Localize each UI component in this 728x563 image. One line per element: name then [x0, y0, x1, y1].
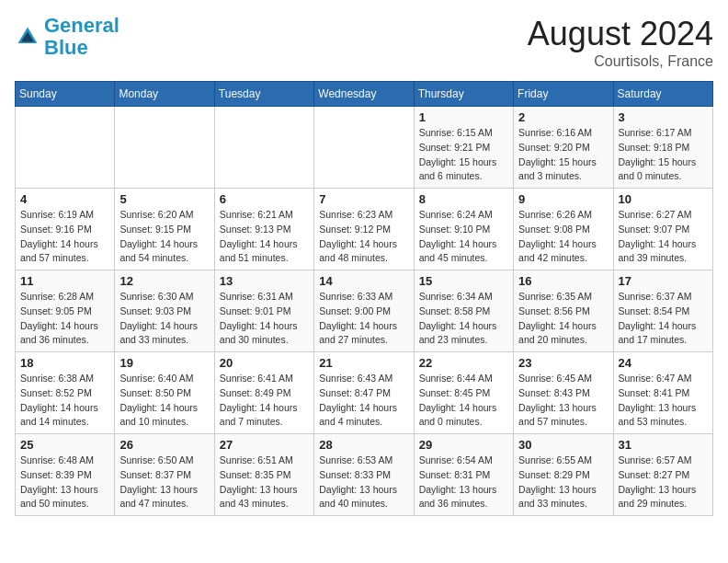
calendar-cell: 5Sunrise: 6:20 AM Sunset: 9:15 PM Daylig… [115, 189, 214, 270]
day-number: 11 [20, 274, 109, 288]
day-number: 30 [518, 438, 608, 452]
day-number: 21 [319, 356, 408, 370]
logo: General Blue [15, 15, 119, 59]
calendar-cell: 9Sunrise: 6:26 AM Sunset: 9:08 PM Daylig… [514, 189, 613, 270]
calendar-cell: 29Sunrise: 6:54 AM Sunset: 8:31 PM Dayli… [414, 434, 513, 516]
month-title: August 2024 [528, 15, 713, 53]
day-number: 17 [619, 274, 708, 288]
day-number: 22 [419, 356, 508, 370]
day-number: 14 [319, 274, 408, 288]
day-info: Sunrise: 6:55 AM Sunset: 8:29 PM Dayligh… [518, 454, 608, 511]
day-number: 28 [319, 438, 408, 452]
calendar-cell: 15Sunrise: 6:34 AM Sunset: 8:58 PM Dayli… [414, 270, 513, 352]
week-row-5: 25Sunrise: 6:48 AM Sunset: 8:39 PM Dayli… [16, 434, 713, 516]
calendar-cell: 7Sunrise: 6:23 AM Sunset: 9:12 PM Daylig… [314, 189, 414, 270]
calendar-cell: 18Sunrise: 6:38 AM Sunset: 8:52 PM Dayli… [16, 352, 115, 434]
day-number: 15 [419, 274, 508, 288]
logo-icon [15, 24, 40, 50]
day-info: Sunrise: 6:23 AM Sunset: 9:12 PM Dayligh… [319, 208, 408, 266]
calendar-cell [16, 107, 115, 189]
day-info: Sunrise: 6:53 AM Sunset: 8:33 PM Dayligh… [319, 454, 408, 511]
calendar-cell: 27Sunrise: 6:51 AM Sunset: 8:35 PM Dayli… [214, 434, 313, 516]
day-info: Sunrise: 6:47 AM Sunset: 8:41 PM Dayligh… [619, 372, 708, 430]
calendar-cell: 1Sunrise: 6:15 AM Sunset: 9:21 PM Daylig… [414, 107, 513, 189]
week-row-3: 11Sunrise: 6:28 AM Sunset: 9:05 PM Dayli… [16, 270, 713, 352]
calendar-cell: 20Sunrise: 6:41 AM Sunset: 8:49 PM Dayli… [214, 352, 313, 434]
calendar-table: SundayMondayTuesdayWednesdayThursdayFrid… [15, 81, 713, 516]
day-number: 1 [419, 110, 508, 124]
day-info: Sunrise: 6:33 AM Sunset: 9:00 PM Dayligh… [319, 290, 408, 348]
day-info: Sunrise: 6:20 AM Sunset: 9:15 PM Dayligh… [119, 208, 209, 266]
day-info: Sunrise: 6:28 AM Sunset: 9:05 PM Dayligh… [20, 290, 109, 348]
calendar-cell: 19Sunrise: 6:40 AM Sunset: 8:50 PM Dayli… [115, 352, 214, 434]
day-number: 5 [119, 192, 209, 206]
calendar-cell: 4Sunrise: 6:19 AM Sunset: 9:16 PM Daylig… [16, 189, 115, 270]
calendar-cell: 28Sunrise: 6:53 AM Sunset: 8:33 PM Dayli… [314, 434, 414, 516]
day-number: 18 [20, 356, 109, 370]
day-number: 2 [518, 110, 608, 124]
weekday-header-saturday: Saturday [613, 82, 712, 107]
calendar-cell: 14Sunrise: 6:33 AM Sunset: 9:00 PM Dayli… [314, 270, 414, 352]
day-info: Sunrise: 6:31 AM Sunset: 9:01 PM Dayligh… [220, 290, 309, 348]
calendar-cell: 11Sunrise: 6:28 AM Sunset: 9:05 PM Dayli… [16, 270, 115, 352]
day-info: Sunrise: 6:19 AM Sunset: 9:16 PM Dayligh… [20, 208, 109, 266]
calendar-cell: 30Sunrise: 6:55 AM Sunset: 8:29 PM Dayli… [514, 434, 613, 516]
calendar-cell: 6Sunrise: 6:21 AM Sunset: 9:13 PM Daylig… [214, 189, 313, 270]
day-info: Sunrise: 6:40 AM Sunset: 8:50 PM Dayligh… [119, 372, 209, 430]
calendar-cell: 3Sunrise: 6:17 AM Sunset: 9:18 PM Daylig… [613, 107, 712, 189]
day-info: Sunrise: 6:21 AM Sunset: 9:13 PM Dayligh… [220, 208, 309, 266]
day-info: Sunrise: 6:34 AM Sunset: 8:58 PM Dayligh… [419, 290, 508, 348]
weekday-header-friday: Friday [514, 82, 613, 107]
day-info: Sunrise: 6:54 AM Sunset: 8:31 PM Dayligh… [419, 454, 508, 511]
day-number: 31 [619, 438, 708, 452]
calendar-cell: 26Sunrise: 6:50 AM Sunset: 8:37 PM Dayli… [115, 434, 214, 516]
day-number: 27 [220, 438, 309, 452]
day-number: 3 [619, 110, 708, 124]
day-info: Sunrise: 6:45 AM Sunset: 8:43 PM Dayligh… [518, 372, 608, 430]
day-info: Sunrise: 6:16 AM Sunset: 9:20 PM Dayligh… [518, 126, 608, 184]
page-header: General Blue August 2024 Courtisols, Fra… [15, 15, 713, 70]
day-info: Sunrise: 6:26 AM Sunset: 9:08 PM Dayligh… [518, 208, 608, 266]
calendar-cell [115, 107, 214, 189]
day-info: Sunrise: 6:30 AM Sunset: 9:03 PM Dayligh… [119, 290, 209, 348]
day-info: Sunrise: 6:51 AM Sunset: 8:35 PM Dayligh… [220, 454, 309, 511]
day-info: Sunrise: 6:41 AM Sunset: 8:49 PM Dayligh… [220, 372, 309, 430]
calendar-cell: 16Sunrise: 6:35 AM Sunset: 8:56 PM Dayli… [514, 270, 613, 352]
day-number: 4 [20, 192, 109, 206]
weekday-header-tuesday: Tuesday [214, 82, 313, 107]
day-number: 16 [518, 274, 608, 288]
day-number: 29 [419, 438, 508, 452]
day-info: Sunrise: 6:27 AM Sunset: 9:07 PM Dayligh… [619, 208, 708, 266]
logo-text: General Blue [44, 15, 119, 59]
week-row-1: 1Sunrise: 6:15 AM Sunset: 9:21 PM Daylig… [16, 107, 713, 189]
day-number: 20 [220, 356, 309, 370]
location-title: Courtisols, France [528, 53, 713, 70]
day-info: Sunrise: 6:24 AM Sunset: 9:10 PM Dayligh… [419, 208, 508, 266]
weekday-header-monday: Monday [115, 82, 214, 107]
calendar-cell: 21Sunrise: 6:43 AM Sunset: 8:47 PM Dayli… [314, 352, 414, 434]
day-info: Sunrise: 6:44 AM Sunset: 8:45 PM Dayligh… [419, 372, 508, 430]
calendar-cell: 17Sunrise: 6:37 AM Sunset: 8:54 PM Dayli… [613, 270, 712, 352]
calendar-cell: 22Sunrise: 6:44 AM Sunset: 8:45 PM Dayli… [414, 352, 513, 434]
day-number: 12 [119, 274, 209, 288]
calendar-cell: 13Sunrise: 6:31 AM Sunset: 9:01 PM Dayli… [214, 270, 313, 352]
weekday-header-sunday: Sunday [16, 82, 115, 107]
day-number: 13 [220, 274, 309, 288]
calendar-cell: 12Sunrise: 6:30 AM Sunset: 9:03 PM Dayli… [115, 270, 214, 352]
day-info: Sunrise: 6:35 AM Sunset: 8:56 PM Dayligh… [518, 290, 608, 348]
calendar-cell: 8Sunrise: 6:24 AM Sunset: 9:10 PM Daylig… [414, 189, 513, 270]
day-info: Sunrise: 6:17 AM Sunset: 9:18 PM Dayligh… [619, 126, 708, 184]
day-number: 24 [619, 356, 708, 370]
calendar-cell: 31Sunrise: 6:57 AM Sunset: 8:27 PM Dayli… [613, 434, 712, 516]
day-info: Sunrise: 6:15 AM Sunset: 9:21 PM Dayligh… [419, 126, 508, 184]
weekday-header-thursday: Thursday [414, 82, 513, 107]
week-row-2: 4Sunrise: 6:19 AM Sunset: 9:16 PM Daylig… [16, 189, 713, 270]
calendar-cell: 24Sunrise: 6:47 AM Sunset: 8:41 PM Dayli… [613, 352, 712, 434]
calendar-cell: 10Sunrise: 6:27 AM Sunset: 9:07 PM Dayli… [613, 189, 712, 270]
day-info: Sunrise: 6:48 AM Sunset: 8:39 PM Dayligh… [20, 454, 109, 511]
day-info: Sunrise: 6:50 AM Sunset: 8:37 PM Dayligh… [119, 454, 209, 511]
day-number: 23 [518, 356, 608, 370]
week-row-4: 18Sunrise: 6:38 AM Sunset: 8:52 PM Dayli… [16, 352, 713, 434]
day-number: 25 [20, 438, 109, 452]
day-number: 9 [518, 192, 608, 206]
